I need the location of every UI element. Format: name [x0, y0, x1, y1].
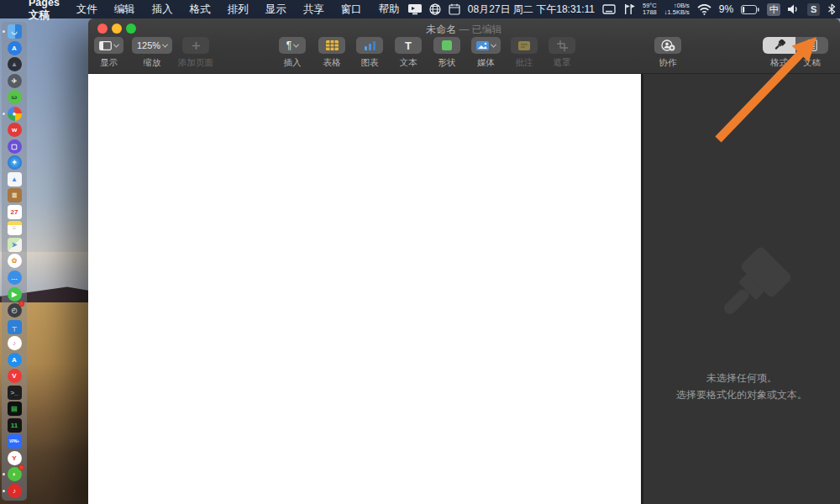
view-button[interactable] [94, 37, 123, 54]
safari-icon: ✦ [8, 155, 22, 170]
toolbar-shape: 形状 [433, 37, 460, 69]
yandex-icon: Y [8, 451, 22, 465]
chevron-down-icon [491, 41, 496, 47]
zoom-value: 125% [137, 40, 160, 50]
finder-icon: ◡ [8, 24, 22, 39]
dictionary-icon: ≣ [8, 188, 22, 202]
dock-messages[interactable]: … [8, 270, 22, 285]
vivaldi-icon: V [8, 369, 22, 383]
chevron-down-icon [293, 41, 299, 47]
keynote-icon: ┬ [8, 320, 22, 334]
netease-music-icon: ♪ [8, 484, 22, 498]
menu-window[interactable]: 窗口 [333, 0, 370, 18]
crop-icon [557, 40, 568, 51]
dock-vivaldi[interactable]: V [8, 369, 22, 383]
menu-insert[interactable]: 插入 [144, 0, 181, 18]
toolbar-chart: 图表 [356, 37, 383, 69]
collaborate-button[interactable] [654, 37, 681, 54]
menu-view[interactable]: 显示 [257, 0, 295, 18]
temperature-status[interactable]: 59°C 1788 [643, 3, 657, 16]
toolbar-add-page: 添加页面 [178, 37, 213, 69]
shape-button[interactable] [433, 37, 460, 54]
dock-rocket-app[interactable]: ✈ [8, 74, 22, 88]
zoom-button[interactable]: 125% [132, 37, 172, 54]
dock-app-store[interactable]: A [8, 41, 22, 55]
media-button[interactable] [471, 37, 501, 54]
dock-keynote[interactable]: ┬ [8, 320, 22, 334]
dock-safari[interactable]: ✦ [8, 155, 22, 170]
bluetooth-icon[interactable] [827, 3, 836, 15]
table-button[interactable] [318, 37, 345, 54]
dock-finder[interactable]: ◡ [8, 24, 22, 39]
dock-terminal-3[interactable]: 11 [8, 418, 22, 433]
dock-itunes[interactable]: ♪ [8, 336, 22, 350]
proxy-status-badge[interactable]: S [807, 3, 820, 16]
dock-app-store-2[interactable]: A [8, 353, 22, 367]
menu-help[interactable]: 帮助 [370, 0, 408, 18]
pilcrow-icon: ¶ [286, 39, 291, 51]
dock-photos[interactable]: ✿ [8, 254, 22, 268]
dock-preview[interactable]: ▲ [8, 172, 22, 186]
menu-share[interactable]: 共享 [295, 0, 333, 18]
running-indicator [3, 473, 5, 475]
globe-icon[interactable] [429, 3, 441, 15]
dock-notification-app[interactable]: ◴ [8, 303, 22, 318]
toolbar-comment: 批注 [511, 37, 538, 69]
app-menu-title[interactable]: Pages 文稿 [20, 0, 68, 23]
dock-dictionary[interactable]: ≣ [8, 188, 22, 202]
dock-netease-music[interactable]: ♪ [8, 484, 22, 498]
menu-clock[interactable]: 08月27日 周二 下午18:31:11 [468, 3, 595, 17]
dock-purple-app[interactable]: ▢ [8, 139, 22, 154]
display-status-icon[interactable] [408, 4, 422, 15]
screen-capture-icon[interactable] [602, 4, 616, 14]
network-speed-status[interactable]: ↑0B/s ↓1.5KB/s [664, 3, 690, 16]
format-document-segment [763, 37, 828, 54]
menu-file[interactable]: 文件 [68, 0, 106, 18]
text-button[interactable]: T [395, 37, 422, 54]
media-icon [476, 41, 489, 50]
add-page-button [182, 37, 209, 54]
chevron-down-icon [162, 41, 168, 47]
menu-format[interactable]: 格式 [181, 0, 219, 18]
dock-terminal-1[interactable]: >_ [8, 386, 22, 400]
preview-icon: ▲ [8, 172, 22, 186]
dock-maps[interactable]: ➤ [8, 238, 22, 252]
dock-yandex[interactable]: Y [8, 451, 22, 465]
calendar-icon[interactable] [449, 3, 460, 15]
flags-icon[interactable] [623, 3, 635, 15]
running-indicator [3, 113, 5, 115]
insert-button[interactable]: ¶ [279, 37, 306, 54]
wifi-icon[interactable] [697, 4, 711, 15]
menu-bar: Pages 文稿 文件 编辑 插入 格式 排列 显示 共享 窗口 帮助 08月2… [0, 0, 840, 18]
menu-arrange[interactable]: 排列 [219, 0, 257, 18]
format-button[interactable] [763, 37, 795, 54]
paintbrush-icon [773, 39, 785, 51]
running-indicator [3, 490, 5, 492]
dock-notes[interactable]: ≡ [8, 221, 22, 235]
notification-badge [18, 301, 24, 307]
volume-icon[interactable] [788, 4, 800, 14]
dock-calendar[interactable]: 27 [8, 205, 22, 219]
chart-button[interactable] [356, 37, 383, 54]
input-method-badge[interactable]: 中 [767, 3, 780, 16]
dock-green-mascot-app[interactable]: ω [8, 90, 22, 104]
app-store-icon: A [8, 41, 22, 55]
toolbar-text: T 文本 [395, 37, 422, 69]
dock-vpn-app[interactable]: VPN+ [8, 434, 22, 449]
view-icon [99, 41, 112, 50]
dock-terminal-2[interactable]: ▤ [8, 402, 22, 416]
battery-icon[interactable] [741, 5, 759, 14]
menu-edit[interactable]: 编辑 [106, 0, 144, 18]
dock-night-photo-app[interactable]: ▲ [8, 57, 22, 71]
sidebar-empty-subtitle: 选择要格式化的对象或文本。 [643, 386, 840, 403]
toolbar-view: 显示 [94, 37, 123, 69]
dock-wechat[interactable]: ◗ [8, 467, 22, 481]
facetime-icon: ▶ [8, 287, 22, 302]
mask-button [549, 37, 575, 54]
document-button[interactable] [795, 37, 828, 54]
photos-icon: ✿ [8, 254, 22, 268]
document-canvas[interactable] [88, 74, 641, 504]
dock-chrome[interactable]: ● [8, 107, 22, 121]
dock-facetime[interactable]: ▶ [8, 287, 22, 302]
dock-red-music-app[interactable]: w [8, 123, 22, 137]
